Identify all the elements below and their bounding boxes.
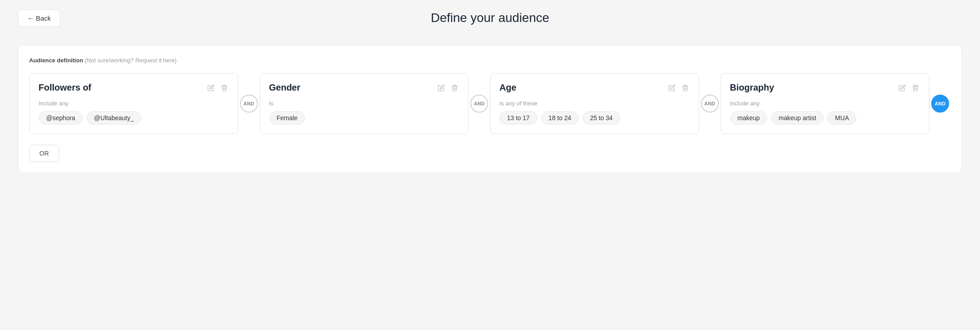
condition-actions-gender: [437, 83, 459, 92]
page-header: ← Back Define your audience: [0, 0, 980, 36]
condition-header-gender: Gender: [269, 82, 460, 93]
and-badge-3[interactable]: AND: [931, 95, 949, 113]
condition-card-gender: GenderIsFemale: [260, 73, 469, 134]
delete-button-gender[interactable]: [450, 83, 459, 92]
condition-sublabel-age: Is any of these: [499, 100, 690, 107]
condition-title-biography: Biography: [730, 82, 774, 93]
tags-row-gender: Female: [269, 111, 460, 125]
edit-button-followers[interactable]: [206, 83, 215, 92]
audience-definition-panel: Audience definition (Not sure/working? R…: [18, 45, 962, 173]
tag: @Ultabeauty_: [86, 111, 142, 125]
back-label: ← Back: [27, 14, 51, 22]
tag: @sephora: [39, 111, 83, 125]
condition-header-biography: Biography: [730, 82, 920, 93]
condition-card-age: AgeIs any of these13 to 1718 to 2425 to …: [490, 73, 699, 134]
or-row: OR: [29, 145, 951, 162]
condition-actions-followers: [206, 83, 229, 92]
tag: makeup artist: [771, 111, 824, 125]
condition-sublabel-followers: Include any: [39, 100, 229, 107]
tag: MUA: [827, 111, 856, 125]
tag: makeup: [730, 111, 768, 125]
main-content: Audience definition (Not sure/working? R…: [0, 36, 980, 191]
tags-row-followers: @sephora@Ultabeauty_: [39, 111, 229, 125]
tag: 18 to 24: [541, 111, 579, 125]
condition-header-age: Age: [499, 82, 690, 93]
delete-button-age[interactable]: [681, 83, 690, 92]
and-connector-0: AND: [238, 95, 260, 113]
and-badge-0: AND: [240, 95, 258, 113]
and-badge-1: AND: [470, 95, 488, 113]
delete-button-biography[interactable]: [911, 83, 920, 92]
condition-sublabel-gender: Is: [269, 100, 460, 107]
condition-actions-biography: [898, 83, 920, 92]
back-button[interactable]: ← Back: [18, 9, 60, 27]
condition-card-followers: Followers ofInclude any@sephora@Ultabeau…: [29, 73, 238, 134]
condition-title-followers: Followers of: [39, 82, 91, 93]
and-connector-1: AND: [469, 95, 490, 113]
tags-row-biography: makeupmakeup artistMUA: [730, 111, 920, 125]
condition-title-age: Age: [499, 82, 516, 93]
condition-title-gender: Gender: [269, 82, 301, 93]
or-button[interactable]: OR: [29, 145, 59, 162]
tag: 13 to 17: [499, 111, 537, 125]
tag: Female: [269, 111, 305, 125]
edit-button-age[interactable]: [667, 83, 676, 92]
page-title: Define your audience: [431, 11, 550, 25]
delete-button-followers[interactable]: [220, 83, 229, 92]
tag: 25 to 34: [582, 111, 620, 125]
panel-title-link[interactable]: (Not sure/working? Request it here): [85, 57, 176, 64]
condition-card-biography: BiographyInclude anymakeupmakeup artistM…: [721, 73, 930, 134]
condition-actions-age: [667, 83, 690, 92]
and-badge-2: AND: [701, 95, 719, 113]
panel-title: Audience definition (Not sure/working? R…: [29, 57, 176, 64]
and-connector-2: AND: [699, 95, 721, 113]
panel-header: Audience definition (Not sure/working? R…: [29, 56, 951, 64]
panel-title-bold: Audience definition: [29, 57, 83, 64]
condition-header-followers: Followers of: [39, 82, 229, 93]
edit-button-biography[interactable]: [898, 83, 907, 92]
edit-button-gender[interactable]: [437, 83, 446, 92]
and-connector-3: AND: [929, 95, 951, 113]
conditions-row: Followers ofInclude any@sephora@Ultabeau…: [29, 73, 951, 134]
tags-row-age: 13 to 1718 to 2425 to 34: [499, 111, 690, 125]
condition-sublabel-biography: Include any: [730, 100, 920, 107]
